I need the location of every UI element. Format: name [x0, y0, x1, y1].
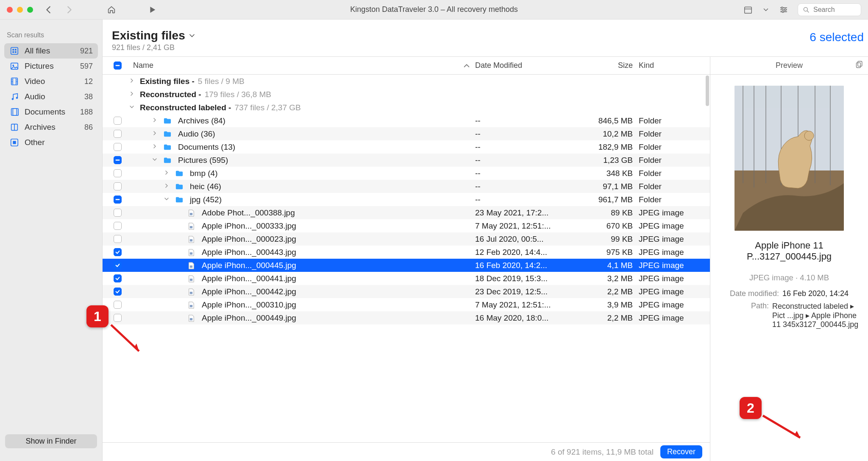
- sidebar-item-badge: 921: [80, 47, 93, 56]
- column-date[interactable]: Date Modified: [475, 61, 564, 70]
- minimize-window[interactable]: [17, 7, 23, 13]
- sidebar-item-video[interactable]: Video 12: [4, 74, 98, 89]
- disclosure-icon[interactable]: [150, 129, 159, 139]
- row-date: --: [475, 195, 564, 204]
- row-checkbox[interactable]: [114, 130, 122, 138]
- file-row[interactable]: Apple iPhon..._000443.jpg 12 Feb 2020, 1…: [103, 246, 710, 259]
- disclosure-icon[interactable]: [127, 77, 136, 86]
- row-checkbox[interactable]: [114, 288, 122, 296]
- row-size: 1,23 GB: [564, 156, 636, 165]
- row-checkbox[interactable]: [114, 301, 122, 309]
- column-kind[interactable]: Kind: [636, 61, 710, 70]
- row-date: 16 May 2020, 18:0...: [475, 313, 564, 323]
- sidebar-item-documents[interactable]: Documents 188: [4, 104, 98, 120]
- page-title-caret-icon: [188, 31, 196, 40]
- preview-thumbnail[interactable]: [734, 86, 844, 231]
- disclosure-icon[interactable]: [150, 116, 159, 126]
- open-external-button[interactable]: [855, 60, 864, 71]
- row-checkbox[interactable]: [114, 235, 122, 243]
- row-checkbox[interactable]: [114, 196, 122, 204]
- resume-scan-button[interactable]: [146, 4, 159, 16]
- film-icon: [9, 76, 19, 87]
- back-button[interactable]: [42, 4, 55, 16]
- file-row[interactable]: Apple iPhon..._000442.jpg 23 Dec 2019, 1…: [103, 285, 710, 298]
- row-checkbox[interactable]: [114, 117, 122, 125]
- folder-row[interactable]: bmp (4) -- 348 KB Folder: [103, 167, 710, 180]
- file-row[interactable]: Apple iPhon..._000449.jpg 16 May 2020, 1…: [103, 311, 710, 324]
- row-checkbox[interactable]: [114, 248, 122, 256]
- row-date: 7 May 2021, 12:51:...: [475, 221, 564, 231]
- row-checkbox[interactable]: [114, 261, 122, 269]
- disclosure-icon[interactable]: [150, 156, 159, 165]
- group-header[interactable]: Reconstructed labeled - 737 files / 2,37…: [103, 101, 710, 114]
- home-button[interactable]: [105, 4, 118, 16]
- scrollbar-thumb[interactable]: [706, 75, 709, 106]
- file-row[interactable]: Apple iPhon..._000445.jpg 16 Feb 2020, 1…: [103, 259, 710, 272]
- row-date: --: [475, 116, 564, 126]
- close-window[interactable]: [7, 7, 13, 13]
- folder-row[interactable]: Pictures (595) -- 1,23 GB Folder: [103, 154, 710, 167]
- window-controls: [7, 7, 33, 13]
- row-checkbox[interactable]: [114, 182, 122, 190]
- disclosure-icon[interactable]: [162, 169, 171, 178]
- disclosure-icon[interactable]: [127, 90, 136, 99]
- page-title[interactable]: Existing files: [112, 29, 801, 42]
- disclosure-icon[interactable]: [162, 182, 171, 191]
- group-header[interactable]: Reconstructed - 179 files / 36,8 MB: [103, 88, 710, 101]
- sidebar-item-pictures[interactable]: Pictures 597: [4, 59, 98, 74]
- row-kind: Folder: [636, 156, 710, 165]
- file-row[interactable]: Adobe Phot..._000388.jpg 23 May 2021, 17…: [103, 206, 710, 219]
- sidebar-item-badge: 597: [80, 62, 93, 71]
- recover-button[interactable]: Recover: [660, 445, 702, 458]
- folder-icon: [175, 182, 184, 191]
- disclosure-icon[interactable]: [127, 103, 136, 112]
- sidebar-item-all-files[interactable]: All files 921: [4, 43, 98, 59]
- sidebar: Scan results All files 921 Pictures 597 …: [0, 20, 103, 461]
- row-checkbox[interactable]: [114, 314, 122, 322]
- footer-status: 6 of 921 items, 11,9 MB total: [551, 447, 654, 457]
- group-header[interactable]: Existing files - 5 files / 9 MB: [103, 75, 710, 88]
- row-kind: Folder: [636, 182, 710, 191]
- folder-row[interactable]: heic (46) -- 97,1 MB Folder: [103, 180, 710, 193]
- row-checkbox[interactable]: [114, 222, 122, 230]
- column-size[interactable]: Size: [564, 61, 636, 70]
- row-checkbox[interactable]: [114, 274, 122, 282]
- zoom-window[interactable]: [27, 7, 33, 13]
- session-menu[interactable]: [742, 4, 754, 16]
- content-header: Existing files 921 files / 2,41 GB 6 sel…: [103, 20, 868, 56]
- row-checkbox[interactable]: [114, 169, 122, 177]
- row-name: Documents (13): [178, 142, 235, 152]
- selection-count[interactable]: 6 selected: [810, 31, 864, 44]
- disclosure-icon[interactable]: [150, 142, 159, 152]
- file-row[interactable]: Apple iPhon..._000310.jpg 7 May 2021, 12…: [103, 298, 710, 311]
- row-size: 975 KB: [564, 248, 636, 257]
- row-kind: Folder: [636, 195, 710, 204]
- file-row[interactable]: Apple iPhon..._000441.jpg 18 Dec 2019, 1…: [103, 272, 710, 285]
- sidebar-item-other[interactable]: Other: [4, 135, 98, 150]
- search-box[interactable]: [798, 3, 861, 16]
- row-checkbox[interactable]: [114, 143, 122, 151]
- folder-row[interactable]: jpg (452) -- 961,7 MB Folder: [103, 193, 710, 206]
- toolbar: Kingston DataTraveler 3.0 – All recovery…: [0, 0, 868, 20]
- file-row[interactable]: Apple iPhon..._000333.jpg 7 May 2021, 12…: [103, 219, 710, 232]
- select-all-checkbox[interactable]: [114, 61, 122, 70]
- column-name[interactable]: Name: [127, 61, 475, 70]
- folder-row[interactable]: Archives (84) -- 846,5 MB Folder: [103, 114, 710, 127]
- row-checkbox[interactable]: [114, 156, 122, 164]
- folder-row[interactable]: Audio (36) -- 10,2 MB Folder: [103, 127, 710, 140]
- disclosure-icon[interactable]: [162, 195, 171, 204]
- folder-row[interactable]: Documents (13) -- 182,9 MB Folder: [103, 140, 710, 154]
- file-row[interactable]: Apple iPhon..._000023.jpg 16 Jul 2020, 0…: [103, 232, 710, 246]
- filter-button[interactable]: [777, 4, 790, 16]
- search-input[interactable]: [812, 6, 855, 14]
- row-date: --: [475, 156, 564, 165]
- row-size: 3,2 MB: [564, 274, 636, 283]
- sidebar-item-archives[interactable]: Archives 86: [4, 120, 98, 135]
- forward-button[interactable]: [63, 4, 75, 16]
- sidebar-item-audio[interactable]: Audio 38: [4, 89, 98, 104]
- preview-header: Preview: [710, 57, 868, 75]
- row-checkbox[interactable]: [114, 209, 122, 217]
- session-menu-caret[interactable]: [762, 4, 770, 16]
- show-in-finder-button[interactable]: Show in Finder: [5, 434, 97, 448]
- group-label: Reconstructed -: [140, 90, 201, 99]
